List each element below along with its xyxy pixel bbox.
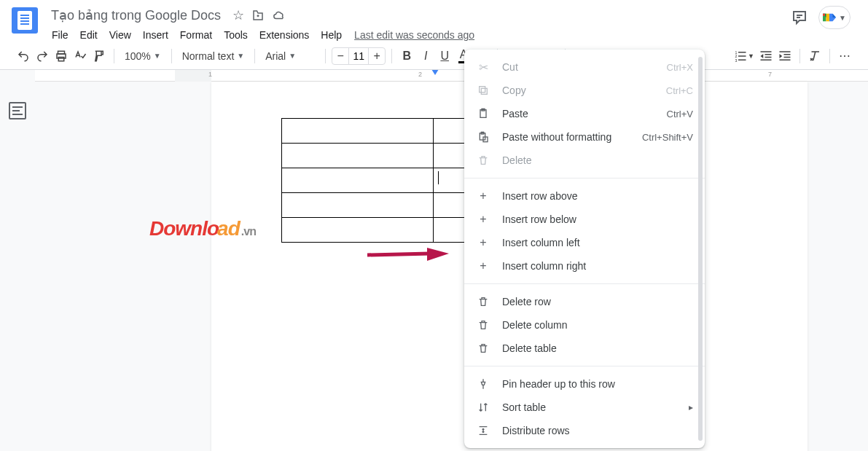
ruler[interactable]: 1 2 3 7 [35, 70, 868, 82]
svg-marker-21 [427, 248, 449, 261]
header: Tạo bảng trong Google Docs ☆ File Edit V… [0, 0, 868, 42]
svg-rect-11 [738, 59, 746, 60]
cm-paste-plain[interactable]: Paste without formatting Ctrl+Shift+V [464, 125, 705, 149]
svg-rect-1 [826, 14, 830, 22]
context-menu-scrollbar[interactable] [698, 57, 703, 441]
paste-plain-icon [476, 130, 490, 144]
menu-file[interactable]: File [47, 26, 74, 44]
redo-button[interactable] [34, 47, 51, 66]
menu-tools[interactable]: Tools [219, 26, 253, 44]
trash-icon [476, 318, 490, 332]
menu-edit[interactable]: Edit [75, 26, 103, 44]
svg-rect-15 [761, 59, 772, 60]
docs-logo[interactable] [12, 7, 38, 34]
cm-insert-row-above[interactable]: + Insert row above [464, 184, 705, 208]
svg-rect-17 [784, 54, 791, 55]
trash-icon [476, 153, 490, 168]
svg-rect-14 [765, 56, 772, 58]
increase-indent-button[interactable] [776, 47, 794, 66]
copy-icon [476, 83, 490, 98]
cm-distribute-rows[interactable]: Distribute rows [464, 419, 705, 442]
paste-icon [476, 106, 490, 121]
svg-rect-9 [738, 55, 746, 57]
menu-insert[interactable]: Insert [138, 26, 173, 44]
annotation-arrow-icon [364, 246, 452, 264]
underline-button[interactable]: U [436, 47, 453, 66]
svg-line-20 [367, 254, 430, 255]
cm-delete-column[interactable]: Delete column [464, 313, 705, 337]
menu-format[interactable]: Format [175, 26, 217, 44]
svg-rect-23 [480, 87, 485, 93]
font-dropdown[interactable]: Arial▼ [261, 47, 319, 66]
plus-icon: + [476, 259, 490, 273]
cloud-status-icon[interactable] [272, 9, 286, 22]
toolbar: 100%▼ Normal text▼ Arial▼ − + B I U A 12… [0, 42, 868, 70]
zoom-dropdown[interactable]: 100%▼ [120, 47, 165, 66]
move-icon[interactable] [251, 9, 265, 22]
paint-format-button[interactable] [90, 47, 108, 66]
cm-insert-col-left[interactable]: + Insert column left [464, 231, 705, 254]
menu-help[interactable]: Help [316, 26, 347, 44]
text-cursor [438, 171, 439, 184]
print-button[interactable] [52, 47, 70, 66]
cm-delete: Delete [464, 149, 705, 172]
cm-delete-row[interactable]: Delete row [464, 290, 705, 313]
cm-insert-row-below[interactable]: + Insert row below [464, 208, 705, 231]
trash-icon [476, 294, 490, 309]
svg-rect-13 [765, 54, 772, 55]
svg-rect-18 [784, 56, 791, 58]
decrease-indent-button[interactable] [757, 47, 775, 66]
decrease-font-button[interactable]: − [332, 50, 348, 63]
font-size-input[interactable] [348, 48, 369, 64]
cm-delete-table[interactable]: Delete table [464, 337, 705, 360]
svg-rect-19 [780, 59, 791, 60]
undo-button[interactable] [15, 47, 32, 66]
style-dropdown[interactable]: Normal text▼ [178, 47, 249, 66]
menu-bar: File Edit View Insert Format Tools Exten… [47, 26, 791, 44]
svg-rect-22 [481, 88, 487, 94]
indent-marker-icon[interactable] [431, 70, 439, 75]
outline-toggle-icon[interactable] [9, 102, 26, 119]
plus-icon: + [476, 189, 490, 203]
watermark: Download.vn [149, 217, 256, 240]
cm-cut: ✂ Cut Ctrl+X [464, 55, 705, 79]
cut-icon: ✂ [476, 60, 490, 74]
spellcheck-button[interactable] [71, 47, 89, 66]
bold-button[interactable]: B [398, 47, 415, 66]
numbered-list-button[interactable]: 123▼ [732, 47, 756, 66]
svg-text:3: 3 [735, 58, 738, 62]
menu-extensions[interactable]: Extensions [254, 26, 314, 44]
plus-icon: + [476, 235, 490, 250]
chevron-right-icon: ▸ [689, 402, 693, 412]
cm-copy: Copy Ctrl+C [464, 79, 705, 102]
svg-rect-7 [738, 52, 746, 53]
increase-font-button[interactable]: + [369, 50, 385, 63]
cm-sort-table[interactable]: Sort table ▸ [464, 396, 705, 419]
sort-icon [476, 400, 490, 415]
menu-view[interactable]: View [104, 26, 136, 44]
more-button[interactable]: ⋯ [836, 47, 853, 66]
plus-icon: + [476, 212, 490, 227]
distribute-rows-icon [476, 423, 490, 438]
meet-button[interactable]: ▼ [818, 6, 851, 29]
svg-rect-16 [780, 51, 791, 52]
trash-icon [476, 341, 490, 356]
svg-rect-2 [823, 14, 825, 16]
pin-icon [476, 377, 490, 391]
svg-rect-12 [761, 51, 772, 52]
star-icon[interactable]: ☆ [232, 7, 244, 23]
clear-format-button[interactable] [806, 47, 824, 66]
document-title[interactable]: Tạo bảng trong Google Docs [47, 6, 225, 25]
cm-insert-col-right[interactable]: + Insert column right [464, 254, 705, 278]
font-size-control: − + [332, 47, 386, 65]
italic-button[interactable]: I [417, 47, 434, 66]
cm-pin-header[interactable]: Pin header up to this row [464, 372, 705, 396]
context-menu: ✂ Cut Ctrl+X Copy Ctrl+C Paste Ctrl+V Pa… [464, 50, 705, 448]
last-edit-link[interactable]: Last edit was seconds ago [354, 29, 474, 41]
cm-paste[interactable]: Paste Ctrl+V [464, 102, 705, 125]
comments-icon[interactable] [791, 9, 808, 26]
title-area: Tạo bảng trong Google Docs ☆ File Edit V… [47, 6, 791, 44]
